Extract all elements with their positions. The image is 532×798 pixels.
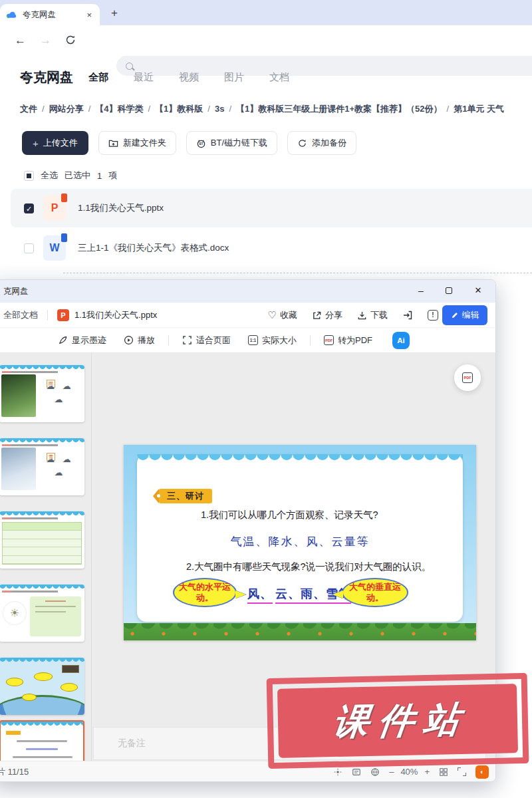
speech-bubble-right: 大气的垂直运动。 [342, 578, 408, 607]
stamp-text: 课件站 [324, 695, 472, 747]
tab-video[interactable]: 视频 [179, 71, 199, 84]
search-icon [126, 63, 133, 70]
file-row-docx[interactable]: W 三上1-1《我们关心天气》表格式.docx [11, 229, 532, 267]
new-folder-button[interactable]: 新建文件夹 [98, 131, 176, 155]
action-button-row: + 上传文件 新建文件夹 BT BT/磁力链下载 添加备份 [22, 131, 356, 155]
maximize-icon [446, 287, 452, 294]
minimize-button[interactable]: – [408, 280, 434, 303]
grass-border [124, 623, 476, 640]
browser-nav-bar: ← → [0, 25, 532, 56]
ppt-badge-icon: P [57, 309, 69, 321]
zoom-in-button[interactable]: + [424, 767, 430, 777]
bt-download-button[interactable]: BT BT/磁力链下载 [186, 131, 277, 155]
notes-toggle-icon[interactable] [352, 767, 361, 777]
select-all-checkbox[interactable] [24, 171, 34, 181]
all-docs-link[interactable]: 全部文档 [3, 309, 38, 321]
pdf-text: PDF [464, 376, 471, 380]
tab-recent[interactable]: 最近 [134, 71, 154, 84]
breadcrumb-item[interactable]: 文件 [20, 104, 37, 114]
fullscreen-icon[interactable] [458, 767, 466, 776]
share-label: 分享 [325, 309, 342, 321]
show-ink-button[interactable]: 显示墨迹 [58, 334, 106, 346]
slide-thumbnail-2[interactable]: 雪 ☁ ☁☁ [0, 438, 84, 495]
tab-title: 夸克网盘 [23, 9, 85, 21]
zoom-out-button[interactable]: – [389, 767, 394, 777]
play-button[interactable]: 播放 [124, 334, 155, 346]
slide-thumbnail-4[interactable]: ☀ [0, 585, 84, 642]
thumbnail-view-icon[interactable] [439, 767, 448, 777]
share-icon [312, 311, 322, 321]
new-tab-button[interactable]: + [106, 5, 122, 21]
translate-icon[interactable] [370, 767, 380, 777]
edit-button[interactable]: 编辑 [442, 305, 487, 325]
watermark-stamp: 课件站 [267, 673, 529, 769]
breadcrumb-separator: / [88, 104, 91, 114]
tab-close-icon[interactable]: × [85, 10, 93, 20]
thumbnail-art [62, 665, 79, 673]
tab-image[interactable]: 图片 [224, 71, 244, 84]
file-name[interactable]: 三上1-1《我们关心天气》表格式.docx [78, 242, 229, 254]
ai-assistant-button[interactable]: Ai [392, 332, 410, 349]
tab-all[interactable]: 全部 [88, 71, 108, 84]
divider [47, 310, 48, 321]
speech-blob [6, 678, 23, 686]
thumbnail-table [2, 522, 82, 565]
close-button[interactable]: ✕ [465, 280, 491, 303]
slide-thumbnail-5[interactable] [0, 658, 84, 715]
pdf-convert-float-button[interactable]: PDF [454, 364, 481, 391]
favorite-button[interactable]: ♡ 收藏 [268, 309, 297, 321]
tab-doc[interactable]: 文档 [269, 71, 289, 84]
sidebar-divider [91, 353, 92, 761]
browser-tab[interactable]: 夸克网盘 × [0, 4, 100, 25]
slide-question-1: 1.我们可以从哪几个方面观察、记录天气? [201, 509, 378, 521]
zoom-level: 40% [400, 767, 418, 777]
maximize-button[interactable] [436, 280, 462, 303]
back-icon[interactable]: ← [15, 34, 26, 47]
breadcrumb-separator: / [148, 104, 150, 114]
refresh-icon[interactable] [65, 35, 76, 45]
file-checkbox-checked[interactable]: ✓ [24, 203, 34, 213]
slide-section-tag: 三、研讨 [159, 489, 212, 503]
fit-page-button[interactable]: 适合页面 [182, 334, 231, 346]
share-button[interactable]: 分享 [312, 309, 342, 321]
thumbnail-art [17, 740, 67, 742]
backup-refresh-icon [297, 138, 307, 148]
download-button[interactable]: 下载 [357, 309, 388, 321]
breadcrumb-item[interactable]: 3s [215, 104, 224, 114]
add-backup-button[interactable]: 添加备份 [287, 131, 356, 155]
slide-question-2: 2.大气圈中有哪些天气现象?说一说我们对大气圈的认识。 [186, 561, 431, 573]
plus-icon: + [33, 138, 39, 149]
file-row-pptx[interactable]: ✓ P 1.1我们关心天气.pptx [11, 189, 532, 227]
file-checkbox-unchecked[interactable] [24, 243, 34, 253]
thumbnail-art [2, 517, 82, 519]
upload-button[interactable]: + 上传文件 [22, 131, 88, 155]
forward-icon: → [40, 34, 51, 47]
select-all-label: 全选 [41, 170, 58, 182]
breadcrumb-separator: / [42, 104, 45, 114]
breadcrumb-item[interactable]: 网站分享 [49, 104, 84, 114]
favorite-label: 收藏 [280, 309, 297, 321]
to-pdf-button[interactable]: PDF 转为PDF [324, 334, 372, 346]
answer-underlined-1: 风、 [247, 587, 273, 604]
slide-thumbnail-1[interactable]: 雨 ☁ ☁☁ [0, 365, 84, 422]
folder-plus-icon [108, 138, 118, 148]
breadcrumb-separator: / [447, 104, 450, 114]
breadcrumb-item[interactable]: 【1】教科版三年级上册课件1+教案【推荐】（52份） [236, 104, 442, 114]
file-name[interactable]: 1.1我们关心天气.pptx [78, 202, 164, 214]
thumbnail-art [13, 756, 72, 758]
actual-size-button[interactable]: 1:1 实际大小 [248, 334, 297, 346]
wave-border [137, 454, 463, 463]
breadcrumb-item[interactable]: 【4】科学类 [95, 104, 143, 114]
save-to-drive-button[interactable] [402, 310, 413, 321]
document-toolbar: 全部文档 P 1.1我们关心天气.pptx ♡ 收藏 分享 下载 [0, 303, 495, 328]
app-launcher-icon[interactable]: ◐ [475, 765, 489, 779]
window-title: 克网盘 [3, 287, 29, 296]
laser-pointer-icon[interactable] [333, 767, 342, 777]
actual-size-icon: 1:1 [248, 335, 258, 345]
earth-diagram [0, 695, 84, 715]
divider [168, 335, 169, 346]
slide-thumbnail-3[interactable] [0, 511, 84, 569]
breadcrumb-item[interactable]: 第1单元 天气 [454, 104, 504, 114]
feedback-button[interactable]: ! [428, 310, 438, 321]
breadcrumb-item[interactable]: 【1】教科版 [155, 104, 203, 114]
